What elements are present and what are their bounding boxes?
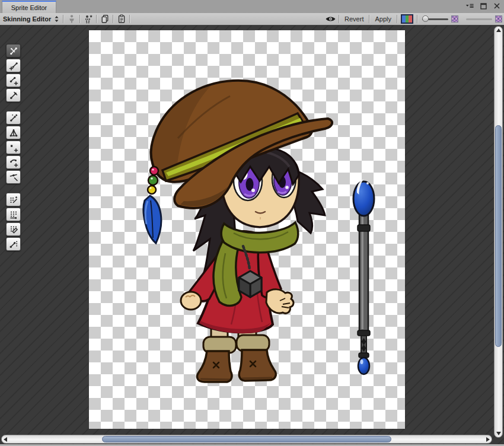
character-sprite: [143, 81, 332, 382]
create-bone-icon[interactable]: [6, 74, 21, 87]
revert-button[interactable]: Revert: [339, 14, 369, 25]
tab-sprite-editor[interactable]: Sprite Editor: [2, 1, 56, 13]
skinning-tool-column: [6, 44, 21, 252]
sprite-editor-window: Sprite Editor Skinning Editor: [0, 0, 504, 446]
skinning-mode-dropdown[interactable]: Skinning Editor: [0, 13, 63, 25]
mipmap-icon: [495, 15, 502, 23]
zoom-slider[interactable]: [422, 18, 448, 20]
paste-icon[interactable]: [113, 14, 129, 25]
eye-icon[interactable]: [323, 14, 339, 25]
character-mode-icon[interactable]: [80, 14, 96, 25]
skinning-mode-label: Skinning Editor: [3, 15, 51, 23]
vertical-scrollbar: [494, 26, 503, 438]
bind-pose-person-icon[interactable]: [63, 14, 79, 25]
auto-geometry-icon[interactable]: [6, 111, 21, 125]
create-vertex-icon[interactable]: [6, 141, 21, 154]
scroll-up-arrow-icon[interactable]: [496, 28, 501, 32]
sprite-artwork: [89, 30, 405, 429]
apply-button[interactable]: Apply: [369, 14, 397, 25]
toolbar-right-group: Revert Apply: [323, 13, 504, 25]
weight-brush-icon[interactable]: [6, 222, 21, 236]
edit-geometry-icon[interactable]: [6, 126, 21, 139]
toolbar-separator: [129, 15, 130, 23]
tab-title: Sprite Editor: [11, 4, 47, 11]
staff-sprite: [353, 179, 374, 374]
maximize-icon[interactable]: [479, 2, 487, 9]
close-icon[interactable]: [493, 2, 501, 9]
weight-slider-icon[interactable]: [6, 208, 21, 221]
mip-level-slider[interactable]: [466, 18, 492, 20]
toolbar-separator: [397, 15, 397, 23]
sprite-canvas[interactable]: [89, 30, 405, 429]
preview-pose-icon[interactable]: [6, 44, 21, 58]
horizontal-scrollbar-thumb[interactable]: [102, 436, 392, 442]
rgb-channels-icon[interactable]: [401, 14, 413, 24]
edit-joints-icon[interactable]: [6, 59, 21, 72]
split-bone-icon[interactable]: [6, 88, 21, 102]
zoom-slider-handle[interactable]: [422, 15, 429, 22]
split-edge-icon[interactable]: [6, 170, 21, 184]
window-controls: [465, 2, 501, 9]
bone-influence-icon[interactable]: [6, 237, 21, 251]
toolbar: Skinning Editor Revert: [0, 13, 504, 26]
editor-viewport: [0, 26, 504, 446]
window-menu-icon[interactable]: [465, 2, 474, 9]
vertical-scrollbar-thumb[interactable]: [495, 125, 502, 348]
unity-cube-pendant: [239, 271, 261, 297]
titlebar: Sprite Editor: [0, 0, 504, 13]
scroll-left-arrow-icon[interactable]: [4, 437, 7, 442]
scroll-right-arrow-icon[interactable]: [486, 437, 490, 442]
toolbar-separator: [417, 15, 417, 23]
horizontal-scrollbar: [1, 435, 492, 444]
dropdown-arrows-icon: [54, 15, 59, 23]
texture-preview-icon: [451, 15, 458, 23]
auto-weights-icon[interactable]: [6, 193, 21, 206]
copy-icon[interactable]: [97, 14, 113, 25]
create-edge-icon[interactable]: [6, 155, 21, 169]
scroll-down-arrow-icon[interactable]: [496, 432, 501, 435]
